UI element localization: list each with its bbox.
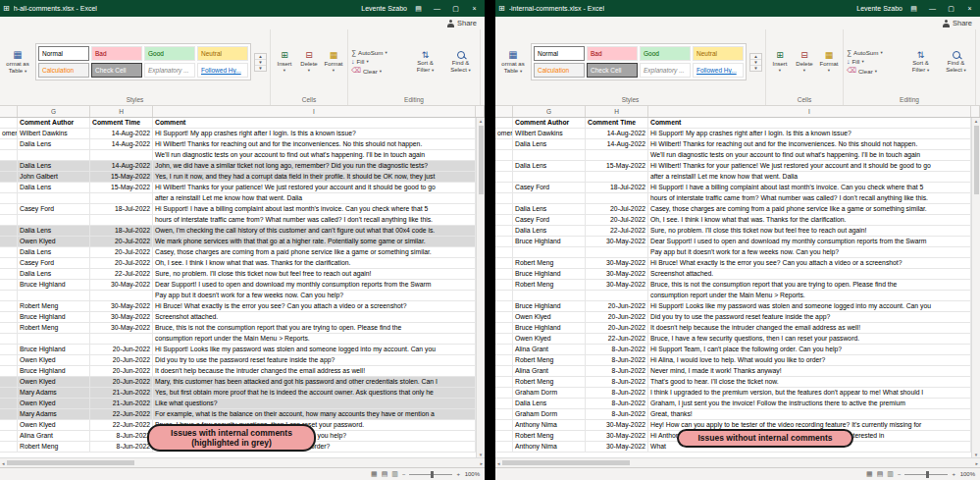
scroll-left-icon[interactable]: ◂ (497, 460, 500, 466)
cell[interactable]: Dalia Lens (18, 269, 90, 279)
cell[interactable]: 20-Jun-2022 (586, 301, 648, 311)
maximize-button[interactable]: ▢ (944, 5, 958, 13)
cell[interactable]: 8-Jun-2022 (90, 431, 153, 441)
cell[interactable] (0, 420, 18, 430)
table-row[interactable]: Dalia Lens14-Aug-2022John, we did have a… (0, 161, 476, 172)
table-row[interactable]: Bruce Highland30-May-2022Dear Support! I… (495, 237, 971, 247)
cell[interactable]: 18-Jul-2022 (586, 183, 648, 192)
cell[interactable] (18, 150, 90, 160)
table-row[interactable]: Mary Adams21-Jun-2022Yes, but first obta… (0, 388, 476, 399)
cell[interactable]: Owen Klyed (18, 399, 90, 408)
cell[interactable]: Casey Ford (513, 215, 586, 225)
cell[interactable]: 30-May-2022 (90, 323, 153, 333)
table-row[interactable]: Casey Ford18-Jul-2022Hi Support! I have … (495, 183, 971, 193)
normal-view-icon[interactable]: ▦ (371, 470, 378, 478)
cell[interactable]: Hi Support! Looks like my password was s… (648, 301, 971, 311)
table-row[interactable]: Dalia Lens22-Jul-2022Sure, no problem. I… (495, 226, 971, 237)
cell[interactable]: Graham, I just sent you the invoice! Fol… (648, 399, 971, 408)
column-letter-i[interactable]: I (153, 106, 476, 117)
cell[interactable]: Yes, I run it now, and they had a corrup… (153, 172, 476, 182)
table-row[interactable]: omerWilbert Dawkins14-Aug-2022Hi Support… (495, 129, 971, 139)
table-row[interactable]: Dalia Lens15-May-2022Hi Wilbert! Thanks … (495, 161, 971, 172)
cell[interactable] (495, 345, 513, 354)
zoom-in-button[interactable]: + (952, 471, 955, 477)
cell[interactable] (90, 215, 153, 225)
cell[interactable]: Screenshot attached. (153, 312, 476, 322)
table-row[interactable]: hours of interstate traffic came from? W… (0, 215, 476, 226)
cell[interactable]: Dalia Lens (513, 399, 586, 408)
cell[interactable]: Bruce, I have a few security questions, … (648, 334, 971, 344)
table-row[interactable]: Robert Meng30-May-2022Bruce, this is not… (495, 280, 971, 291)
cell[interactable]: 15-May-2022 (90, 183, 153, 192)
zoom-in-button[interactable]: + (456, 471, 460, 477)
cell[interactable] (18, 291, 90, 300)
cell[interactable]: Robert Meng (513, 355, 586, 365)
format-as-table-button[interactable]: ▦ ormat as Table ▾ (3, 49, 32, 75)
cell[interactable]: 14-Aug-2022 (586, 139, 648, 149)
table-row[interactable]: Bruce Highland30-May-2022Dear Support! I… (0, 280, 476, 291)
cell[interactable]: Robert Meng (18, 301, 90, 311)
cell[interactable]: Dalia Lens (18, 161, 90, 171)
column-letter-f[interactable] (495, 106, 513, 117)
cell[interactable]: Wilbert Dawkins (18, 129, 90, 138)
cell[interactable] (495, 237, 513, 246)
sort-filter-button[interactable]: ⇅ Sort & Filter ▾ (409, 50, 441, 74)
cell[interactable]: 30-May-2022 (90, 301, 153, 311)
cell[interactable]: Owen Klyed (18, 237, 90, 246)
cell[interactable]: Owen Klyed (18, 377, 90, 387)
cell[interactable] (90, 334, 153, 344)
table-row[interactable]: Owen Klyed20-Jul-2022We mark phone servi… (0, 237, 476, 247)
cell[interactable]: 22-Jul-2022 (90, 269, 153, 279)
cell[interactable] (495, 269, 513, 279)
cell[interactable] (0, 280, 18, 290)
table-header-row[interactable]: Comment Author Comment Time Comment (0, 118, 476, 129)
cell[interactable]: 8-Jun-2022 (586, 377, 648, 387)
style-neutral[interactable]: Neutral (693, 46, 744, 61)
cell[interactable] (495, 139, 513, 149)
cell[interactable]: hours of interstate traffic came from? W… (648, 193, 971, 203)
scroll-down-icon[interactable]: ▾ (975, 452, 978, 457)
clear-button[interactable]: ⌫ Clear ▾ (847, 67, 902, 75)
cell[interactable] (0, 161, 18, 171)
table-row[interactable]: Owen Klyed20-Jun-2022Mary, this customer… (0, 377, 476, 388)
table-row[interactable]: Dalia Lens14-Aug-2022Hi Wilbert! Thanks … (0, 139, 476, 150)
table-row[interactable]: Casey Ford18-Jul-2022Hi Support! I have … (0, 204, 476, 215)
find-select-button[interactable]: Find & Select ▾ (444, 51, 477, 74)
cell[interactable] (0, 312, 18, 322)
cell[interactable]: 22-Jul-2022 (586, 226, 648, 236)
cell[interactable]: 14-Aug-2022 (90, 129, 153, 138)
cell[interactable] (513, 172, 586, 182)
cell[interactable]: Bruce Highland (513, 301, 586, 311)
table-row[interactable]: Pay app but it doesn't work for a few we… (495, 247, 971, 258)
scrollbar-thumb[interactable] (974, 126, 979, 194)
cell[interactable] (586, 172, 648, 182)
close-button[interactable]: × (467, 5, 482, 12)
cell[interactable] (495, 280, 513, 290)
cell[interactable]: 8-Jun-2022 (586, 388, 648, 398)
scroll-down-icon[interactable]: ▾ (480, 452, 483, 457)
cell[interactable] (0, 388, 18, 398)
cell[interactable]: Did you try to use the password reset fe… (153, 355, 476, 365)
cell[interactable]: Hi Wilbert! Thanks for your patience! We… (648, 161, 971, 171)
cell[interactable]: Dalia Lens (513, 204, 586, 214)
cell[interactable] (0, 345, 18, 354)
cell[interactable]: Bruce Highland (18, 345, 90, 354)
table-row[interactable]: John Galbert15-May-2022Yes, I run it now… (0, 172, 476, 183)
zoom-slider-thumb[interactable] (431, 471, 434, 478)
cell[interactable]: 15-May-2022 (586, 161, 648, 171)
cell[interactable] (0, 409, 18, 419)
sort-filter-button[interactable]: ⇅ Sort & Filter ▾ (904, 50, 937, 74)
cell[interactable]: Oh, I see. I think I know what that was.… (648, 215, 971, 225)
table-row[interactable]: Owen Klyed20-Jun-2022Did you try to use … (495, 312, 971, 323)
cell[interactable]: 20-Jul-2022 (90, 247, 153, 257)
table-row[interactable]: Bruce Highland20-Jun-2022Hi Support! Loo… (0, 345, 476, 355)
cell[interactable] (18, 193, 90, 203)
zoom-slider-thumb[interactable] (926, 471, 929, 478)
cell[interactable] (0, 193, 18, 203)
table-row[interactable]: Robert Meng30-May-2022Hi Bruce! What exa… (495, 258, 971, 269)
column-letter-g[interactable]: G (18, 106, 90, 117)
header-comment[interactable]: Comment (153, 118, 476, 128)
header-comment-time[interactable]: Comment Time (90, 118, 153, 128)
cell[interactable]: It doesn't help because the intruder cha… (648, 323, 971, 333)
format-button[interactable]: ▦ Format ▾ (323, 50, 344, 73)
